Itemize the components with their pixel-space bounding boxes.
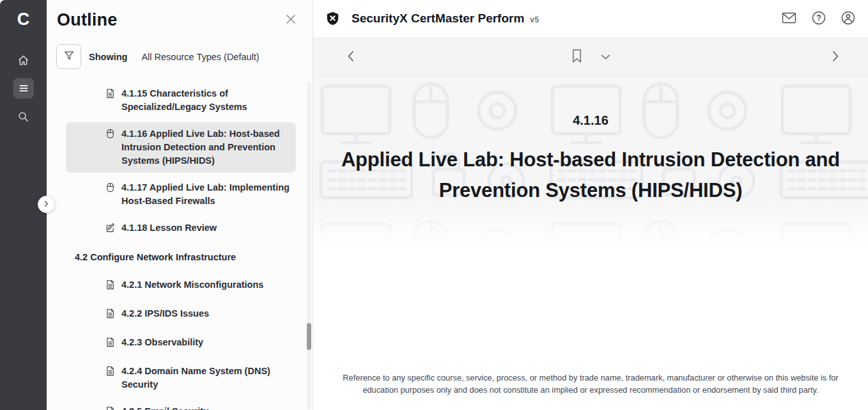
outline-item-4-1-17[interactable]: 4.1.17 Applied Live Lab: Implementing Ho…: [66, 176, 296, 213]
bookmark-icon: [571, 49, 583, 65]
brand-logo: C: [17, 6, 30, 32]
edit-icon: [105, 223, 116, 237]
outline-item-4-1-18[interactable]: 4.1.18 Lesson Review: [66, 216, 296, 242]
help-button[interactable]: ?: [812, 11, 826, 27]
back-chevron-icon: [346, 51, 355, 64]
bookmark-button[interactable]: [570, 47, 584, 67]
outline-item-label: 4.2.3 Observability: [121, 336, 203, 349]
document-icon: [105, 366, 116, 380]
outline-scrollbar-track[interactable]: [307, 82, 311, 410]
outline-item-label: 4.2.2 IPS/IDS Issues: [121, 307, 209, 320]
account-icon: [841, 11, 855, 27]
lesson-title: Applied Live Lab: Host-based Intrusion D…: [315, 145, 866, 206]
bookmark-menu-button[interactable]: [600, 51, 612, 63]
home-button[interactable]: [13, 50, 34, 70]
filter-showing-label: Showing: [89, 52, 127, 62]
outline-item-label: 4.1.16 Applied Live Lab: Host-based Intr…: [121, 127, 290, 168]
outline-item-label: 4.2.4 Domain Name System (DNS) Security: [121, 365, 290, 391]
outline-item-4-2-2[interactable]: 4.2.2 IPS/IDS Issues: [66, 302, 296, 327]
app-version-badge: v5: [530, 15, 539, 24]
main-content-area: SecurityX CertMaster Perform v5 ?: [313, 0, 868, 410]
app-header: SecurityX CertMaster Perform v5 ?: [313, 0, 868, 38]
document-icon: [105, 308, 116, 322]
svg-text:?: ?: [816, 13, 821, 22]
outline-item-4-2-1[interactable]: 4.2.1 Network Misconfigurations: [66, 273, 296, 299]
account-button[interactable]: [841, 11, 855, 27]
lesson-title-banner: 4.1.16 Applied Live Lab: Host-based Intr…: [313, 76, 868, 245]
home-icon: [17, 54, 29, 67]
lesson-navbar: [313, 38, 868, 76]
close-outline-button[interactable]: [282, 12, 300, 29]
document-icon: [105, 337, 116, 351]
chevron-down-icon: [601, 52, 610, 62]
disclaimer-text: Reference to any specific course, servic…: [339, 372, 842, 396]
outline-item-label: 4.1.17 Applied Live Lab: Implementing Ho…: [121, 181, 290, 208]
mouse-icon: [105, 182, 116, 196]
outline-item-label: 4.2.1 Network Misconfigurations: [121, 278, 263, 292]
outline-scrollbar-thumb[interactable]: [307, 323, 311, 350]
lesson-section-number: 4.1.16: [313, 113, 868, 128]
mail-icon: [782, 12, 796, 26]
outline-item-label: 4.1.18 Lesson Review: [121, 221, 217, 235]
outline-item-4-1-15[interactable]: 4.1.15 Characteristics of Specialized/Le…: [66, 82, 296, 119]
shield-x-icon: [326, 12, 339, 26]
outline-item-4-2-3[interactable]: 4.2.3 Observability: [66, 331, 296, 356]
outline-menu-icon: [18, 83, 29, 94]
close-icon: [284, 13, 297, 28]
outline-menu-button[interactable]: [13, 78, 34, 99]
outline-item-label: 4.2.5 Email Security: [121, 405, 208, 410]
search-button[interactable]: [13, 106, 34, 127]
outline-panel-title: Outline: [57, 10, 117, 30]
outline-section-4-2: 4.2 Configure Network Infrastructure: [66, 245, 296, 270]
search-icon: [17, 111, 29, 123]
document-icon: [105, 280, 116, 294]
outline-list: 4.1.15 Characteristics of Specialized/Le…: [47, 82, 313, 410]
panel-expander-button[interactable]: [38, 196, 55, 213]
outline-item-4-2-4[interactable]: 4.2.4 Domain Name System (DNS) Security: [66, 359, 296, 397]
help-icon: ?: [812, 11, 826, 27]
document-icon: [105, 88, 116, 102]
outline-item-label: 4.1.15 Characteristics of Specialized/Le…: [121, 87, 290, 114]
outline-item-4-2-5[interactable]: 4.2.5 Email Security: [66, 400, 296, 410]
outline-item-4-1-16-selected[interactable]: 4.1.16 Applied Live Lab: Host-based Intr…: [66, 122, 296, 173]
outline-section-label: 4.2 Configure Network Infrastructure: [75, 252, 236, 262]
lesson-body: Reference to any specific course, servic…: [313, 245, 868, 410]
filter-current-value: All Resource Types (Default): [141, 52, 259, 62]
next-page-button[interactable]: [827, 47, 844, 68]
resource-filter-button[interactable]: [56, 44, 81, 69]
outline-panel: Outline Showing All Resource Types (Defa…: [47, 0, 313, 410]
app-title: SecurityX CertMaster Perform: [352, 12, 524, 26]
previous-page-button[interactable]: [343, 47, 359, 68]
document-icon: [105, 406, 116, 410]
mouse-icon: [105, 129, 116, 143]
messages-button[interactable]: [782, 12, 796, 26]
forward-chevron-icon: [831, 51, 840, 64]
chevron-right-icon: [43, 200, 50, 209]
filter-funnel-icon: [63, 50, 75, 63]
